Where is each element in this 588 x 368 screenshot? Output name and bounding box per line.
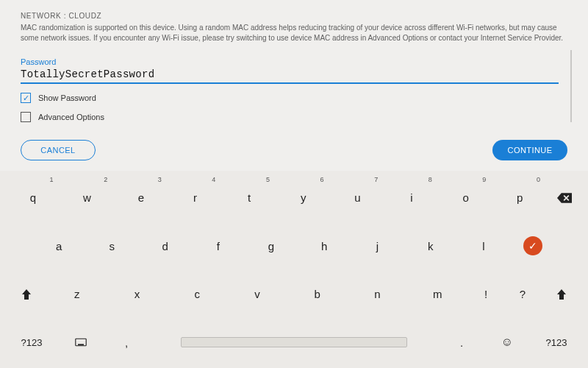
key-r[interactable]: 4r (169, 174, 222, 222)
shift-key-left[interactable] (7, 271, 46, 318)
key-y[interactable]: 6y (277, 174, 330, 222)
scroll-indicator (570, 50, 572, 122)
key-k[interactable]: k (405, 223, 456, 270)
spacebar-key[interactable] (149, 319, 439, 367)
key-j[interactable]: j (351, 223, 403, 270)
key-f[interactable]: f (193, 223, 244, 270)
key-s[interactable]: s (86, 223, 137, 270)
emoji-key[interactable]: ☺ (484, 319, 530, 367)
key-e[interactable]: 3e (115, 174, 168, 222)
backspace-key[interactable] (548, 174, 581, 222)
key-x[interactable]: x (108, 271, 167, 318)
key-comma[interactable]: , (105, 319, 148, 367)
key-question[interactable]: ? (505, 271, 540, 318)
enter-key[interactable]: ✓ (511, 223, 555, 270)
breadcrumb: NETWORK : CLOUDZ (21, 12, 567, 20)
key-z[interactable]: z (48, 271, 107, 318)
symbols-mode-key-left[interactable]: ?123 (7, 319, 57, 367)
mac-randomization-info: MAC randomization is supported on this d… (21, 23, 564, 43)
key-h[interactable]: h (298, 223, 350, 270)
key-n[interactable]: n (348, 271, 407, 318)
on-screen-keyboard: 1q2w3e4r5t6y7u8i9o0p asdfghjkl✓ zxcvbnm!… (0, 171, 588, 368)
show-password-label: Show Password (38, 93, 96, 102)
key-o[interactable]: 9o (440, 174, 492, 222)
key-l[interactable]: l (458, 223, 509, 270)
key-d[interactable]: d (139, 223, 190, 270)
show-password-checkbox[interactable]: ✓ (21, 93, 31, 103)
key-exclamation[interactable]: ! (468, 271, 503, 318)
symbols-mode-key-right[interactable]: ?123 (531, 319, 581, 367)
advanced-options-label: Advanced Options (38, 113, 104, 121)
language-key[interactable] (58, 319, 104, 367)
breadcrumb-prefix: NETWORK (21, 12, 61, 20)
key-w[interactable]: 2w (61, 174, 114, 222)
shift-key-right[interactable] (542, 271, 581, 318)
key-m[interactable]: m (408, 271, 467, 318)
svg-rect-1 (78, 344, 84, 346)
key-c[interactable]: c (168, 271, 226, 318)
key-b[interactable]: b (288, 271, 347, 318)
key-i[interactable]: 8i (385, 174, 438, 222)
key-q[interactable]: 1q (7, 174, 60, 222)
key-p[interactable]: 0p (493, 174, 546, 222)
continue-button[interactable]: CONTINUE (492, 140, 567, 160)
cancel-button[interactable]: CANCEL (21, 140, 96, 160)
advanced-options-checkbox[interactable]: ✓ (21, 112, 31, 122)
breadcrumb-sep: : (64, 12, 66, 20)
key-period[interactable]: . (440, 319, 483, 367)
key-t[interactable]: 5t (223, 174, 276, 222)
key-u[interactable]: 7u (331, 174, 384, 222)
key-a[interactable]: a (33, 223, 85, 270)
password-input[interactable] (21, 66, 559, 84)
advanced-options-row[interactable]: ✓ Advanced Options (21, 112, 567, 122)
breadcrumb-network-name: CLOUDZ (68, 12, 101, 20)
key-v[interactable]: v (228, 271, 287, 318)
password-label: Password (21, 57, 567, 66)
show-password-row[interactable]: ✓ Show Password (21, 93, 567, 103)
key-g[interactable]: g (245, 223, 297, 270)
